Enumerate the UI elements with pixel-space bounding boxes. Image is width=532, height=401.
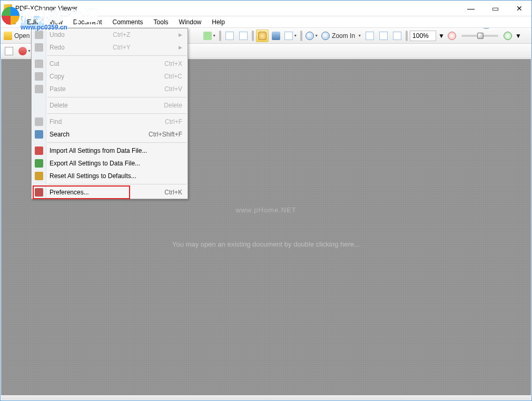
export-icon [35, 159, 43, 168]
import-icon [35, 146, 43, 155]
menu-item-label: Find [50, 118, 62, 125]
zoom-slider[interactable] [461, 35, 498, 37]
rotate-ccw-button[interactable] [223, 30, 236, 42]
rotate-cw-button[interactable] [237, 30, 250, 42]
menu-item-delete: DeleteDelete [32, 99, 188, 112]
fit-page-button[interactable] [377, 30, 390, 42]
menu-separator [47, 55, 186, 56]
menu-comments[interactable]: Comments [107, 16, 149, 27]
rotate-ccw-icon [225, 32, 234, 40]
menu-item-label: Preferences... [50, 189, 89, 196]
menu-item-shortcut: Ctrl+V [164, 85, 182, 93]
undo-icon [35, 31, 43, 39]
menu-item-undo: UndoCtrl+Z▶ [32, 28, 188, 41]
link-icon [5, 47, 13, 55]
rotate-cw-icon [239, 32, 248, 40]
separator [252, 31, 254, 41]
menu-item-shortcut: Ctrl+C [164, 73, 182, 80]
menu-help[interactable]: Help [206, 16, 230, 27]
nav-button[interactable]: ▼ [202, 30, 217, 42]
menu-item-label: Undo [50, 31, 65, 38]
hand-tool-button[interactable] [256, 30, 269, 42]
minimize-button[interactable]: — [459, 1, 483, 16]
window-controls: — ▭ ✕ [459, 1, 531, 16]
zoom-in-label: Zoom In [330, 32, 357, 40]
select-button[interactable]: ▼ [283, 30, 298, 42]
menu-separator [47, 184, 186, 184]
zoom-slider-thumb[interactable] [477, 33, 484, 39]
redo-icon [35, 43, 43, 52]
fit-page-icon [379, 32, 388, 40]
menu-separator [47, 97, 186, 97]
menu-edit[interactable]: Edit [21, 16, 44, 27]
snapshot-button[interactable] [270, 30, 282, 42]
search-icon [35, 130, 43, 139]
menu-item-find: FindCtrl+F [32, 115, 188, 128]
zoom-plus-button[interactable] [501, 30, 514, 42]
maximize-button[interactable]: ▭ [483, 1, 507, 16]
menu-item-reset-all-settings-to-defaults[interactable]: Reset All Settings to Defaults... [32, 170, 188, 182]
menu-item-shortcut: Ctrl+Y [113, 44, 131, 51]
menu-item-preferences[interactable]: Preferences...Ctrl+K [32, 186, 188, 199]
menu-item-search[interactable]: SearchCtrl+Shift+F [32, 128, 188, 141]
arrow-icon [203, 32, 212, 40]
prefs-icon [35, 188, 43, 197]
zoom-value-text: 100% [412, 32, 429, 40]
statusbar [1, 395, 531, 400]
stamp-tool-button[interactable]: ▼ [17, 45, 32, 57]
menu-tools[interactable]: Tools [149, 16, 174, 27]
window-title: PDF-XChange Viewer [15, 5, 77, 12]
zoom-out-button[interactable]: ▼ [304, 30, 319, 42]
menu-item-label: Copy [50, 73, 64, 80]
chevron-down-icon[interactable]: ▼ [438, 32, 445, 40]
find-icon [35, 118, 43, 126]
menu-item-label: Cut [50, 60, 60, 67]
zoom-minus-button[interactable] [446, 30, 458, 42]
select-icon [284, 32, 293, 40]
open-label: Open [12, 32, 32, 40]
menu-item-label: Reset All Settings to Defaults... [50, 172, 136, 180]
zoom-value-field[interactable]: 100% [410, 31, 436, 41]
menu-item-label: Export All Settings to Data File... [50, 160, 140, 167]
menu-document[interactable]: Document [68, 16, 107, 27]
menu-item-shortcut: Ctrl+Shift+F [149, 131, 182, 138]
menu-file[interactable]: File [1, 16, 21, 27]
chevron-right-icon: ▶ [179, 45, 182, 50]
fit-width-button[interactable] [391, 30, 403, 42]
close-button[interactable]: ✕ [507, 1, 531, 16]
menu-item-import-all-settings-from-data-file[interactable]: Import All Settings from Data File... [32, 144, 188, 157]
menu-item-label: Paste [50, 85, 66, 93]
chevron-right-icon: ▶ [179, 32, 182, 37]
menu-item-redo: RedoCtrl+Y▶ [32, 41, 188, 54]
menu-item-shortcut: Delete [164, 102, 182, 109]
actual-size-icon [366, 32, 374, 40]
menu-item-label: Delete [50, 102, 68, 109]
hand-icon [258, 32, 267, 40]
menu-item-label: Import All Settings from Data File... [50, 147, 147, 154]
menu-window[interactable]: Window [174, 16, 207, 27]
fit-width-icon [393, 32, 401, 40]
actual-size-button[interactable] [363, 30, 376, 42]
edit-menu-dropdown: UndoCtrl+Z▶RedoCtrl+Y▶CutCtrl+XCopyCtrl+… [31, 28, 188, 199]
menu-item-shortcut: Ctrl+Z [113, 31, 130, 38]
menu-item-shortcut: Ctrl+X [164, 60, 182, 67]
magnifier-minus-icon [306, 32, 314, 40]
chevron-down-icon[interactable]: ▼ [515, 32, 521, 40]
paste-icon [35, 85, 43, 93]
menubar: File Edit View Document Comments Tools W… [1, 16, 531, 28]
plus-icon [504, 32, 512, 40]
link-tool-button[interactable] [3, 45, 15, 57]
menu-item-export-all-settings-to-data-file[interactable]: Export All Settings to Data File... [32, 157, 188, 170]
menu-separator [47, 113, 186, 114]
cut-icon [35, 60, 43, 68]
magnifier-plus-icon [321, 32, 330, 40]
copy-icon [35, 72, 43, 81]
center-watermark: www.pHome.NET [235, 206, 297, 214]
minus-icon [448, 32, 456, 40]
stamp-icon [18, 47, 27, 55]
separator [406, 31, 408, 41]
snapshot-icon [272, 32, 280, 40]
menu-view[interactable]: View [44, 16, 68, 27]
zoom-in-button[interactable]: Zoom In ▼ [320, 30, 362, 42]
menu-item-paste: PasteCtrl+V [32, 83, 188, 95]
